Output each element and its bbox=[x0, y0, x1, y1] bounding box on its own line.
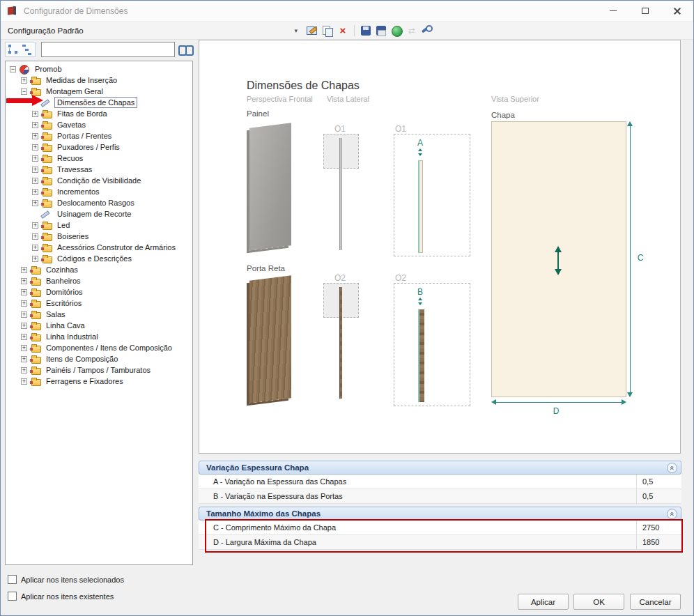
tree-item[interactable]: +Recuos bbox=[6, 153, 192, 164]
expand-expander-icon[interactable]: + bbox=[21, 267, 27, 273]
section-header[interactable]: Variação Espessura Chapa« bbox=[199, 461, 681, 475]
o2-side-label: O2 bbox=[395, 273, 406, 283]
tree-item[interactable]: +Puxadores / Perfis bbox=[6, 141, 192, 153]
property-value[interactable]: 0,5 bbox=[636, 489, 681, 503]
copy-config-icon[interactable] bbox=[321, 24, 334, 37]
expand-expander-icon[interactable]: + bbox=[21, 378, 27, 385]
property-row[interactable]: D - Largura Máxima da Chapa1850 bbox=[199, 535, 681, 550]
expand-expander-icon[interactable]: + bbox=[21, 334, 27, 340]
section-title: Variação Espessura Chapa bbox=[206, 463, 309, 472]
expand-expander-icon[interactable]: + bbox=[21, 345, 27, 351]
tree-item-label: Medidas de Inserção bbox=[43, 75, 120, 86]
expand-expander-icon[interactable]: + bbox=[32, 144, 38, 151]
expand-expander-icon[interactable]: + bbox=[21, 278, 27, 284]
tree-item-label: Fitas de Borda bbox=[54, 108, 110, 119]
save-icon[interactable] bbox=[360, 24, 372, 37]
tree-search-input[interactable] bbox=[41, 42, 175, 57]
tree-item-label: Códigos e Descrições bbox=[54, 253, 134, 264]
save-as-icon[interactable] bbox=[375, 24, 387, 37]
tree-item[interactable]: Dimensões de Chapas bbox=[6, 97, 192, 108]
collapse-section-icon[interactable]: « bbox=[667, 463, 677, 473]
tree-item[interactable]: −Montagem Geral bbox=[6, 86, 192, 97]
folder-icon bbox=[41, 198, 52, 208]
wrench-icon[interactable] bbox=[421, 24, 433, 37]
expand-expander-icon[interactable]: + bbox=[32, 133, 38, 139]
property-value[interactable]: 1850 bbox=[636, 535, 681, 549]
expand-expander-icon[interactable]: + bbox=[32, 222, 38, 229]
tree-item[interactable]: +Salas bbox=[6, 309, 192, 320]
maximize-button[interactable] bbox=[629, 1, 661, 21]
property-value[interactable]: 2750 bbox=[636, 521, 681, 534]
configuration-combo[interactable]: Configuração Padrão ▾ bbox=[5, 23, 300, 38]
tree-item[interactable]: +Domitórios bbox=[6, 286, 192, 298]
expand-expander-icon[interactable]: + bbox=[32, 178, 38, 184]
apply-existing-checkbox[interactable]: Aplicar nos itens existentes bbox=[8, 592, 114, 601]
expand-expander-icon[interactable]: + bbox=[21, 356, 27, 362]
expand-expander-icon[interactable]: + bbox=[21, 77, 27, 84]
tree-item[interactable]: +Condição de Visibilidade bbox=[6, 175, 192, 186]
expand-expander-icon[interactable]: + bbox=[32, 155, 38, 162]
expand-expander-icon[interactable]: + bbox=[21, 323, 27, 329]
tree-item[interactable]: +Linha Industrial bbox=[6, 331, 192, 342]
property-value[interactable]: 0,5 bbox=[636, 475, 681, 488]
tree-item[interactable]: +Linha Cava bbox=[6, 320, 192, 331]
tree-item[interactable]: +Cozinhas bbox=[6, 264, 192, 275]
collapse-expander-icon[interactable]: − bbox=[21, 88, 27, 95]
tree-item[interactable]: +Travessas bbox=[6, 164, 192, 175]
collapse-expander-icon[interactable]: − bbox=[10, 66, 16, 72]
close-button[interactable] bbox=[661, 1, 693, 21]
tree-view-icon[interactable] bbox=[6, 43, 20, 56]
tree-item[interactable]: +Acessórios Construtor de Armários bbox=[6, 242, 192, 253]
tree-item[interactable]: +Painéis / Tampos / Tamburatos bbox=[6, 364, 192, 376]
cancel-button[interactable]: Cancelar bbox=[630, 594, 681, 610]
tree-item[interactable]: +Led bbox=[6, 220, 192, 231]
tree-item-label: Incrementos bbox=[54, 186, 102, 197]
publish-globe-icon[interactable] bbox=[390, 24, 403, 37]
delete-config-icon[interactable]: × bbox=[337, 24, 349, 37]
expand-expander-icon[interactable]: + bbox=[32, 233, 38, 240]
tree-item[interactable]: Usinagem de Recorte bbox=[6, 208, 192, 220]
expand-expander-icon[interactable]: + bbox=[32, 167, 38, 173]
expand-expander-icon[interactable]: + bbox=[21, 367, 27, 374]
collapse-section-icon[interactable]: « bbox=[667, 509, 677, 519]
search-binoculars-icon[interactable] bbox=[178, 43, 193, 56]
tree-item-label: Puxadores / Perfis bbox=[54, 141, 123, 153]
expand-expander-icon[interactable]: + bbox=[21, 311, 27, 318]
tree-item[interactable]: +Fitas de Borda bbox=[6, 108, 192, 119]
tree-item[interactable]: −Promob bbox=[6, 63, 192, 75]
tree-item[interactable]: +Escritórios bbox=[6, 298, 192, 309]
tree-item[interactable]: +Ferragens e Fixadores bbox=[6, 376, 192, 387]
expand-expander-icon[interactable]: + bbox=[21, 300, 27, 307]
expand-expander-icon[interactable]: + bbox=[32, 122, 38, 128]
ok-button[interactable]: OK bbox=[573, 594, 624, 610]
folder-icon bbox=[41, 242, 52, 252]
apply-button[interactable]: Aplicar bbox=[518, 594, 569, 610]
apply-selected-checkbox[interactable]: Aplicar nos itens selecionados bbox=[8, 575, 124, 584]
tree-item[interactable]: +Banheiros bbox=[6, 275, 192, 286]
expand-expander-icon[interactable]: + bbox=[32, 200, 38, 206]
expand-expander-icon[interactable]: + bbox=[32, 256, 38, 262]
expand-expander-icon[interactable]: + bbox=[32, 245, 38, 251]
tree-item[interactable]: +Itens de Composição bbox=[6, 353, 192, 364]
folder-icon bbox=[41, 176, 52, 185]
tree-item[interactable]: +Códigos e Descrições bbox=[6, 253, 192, 264]
tree-item[interactable]: +Incrementos bbox=[6, 186, 192, 197]
checkbox-icon[interactable] bbox=[8, 575, 17, 584]
tree-item[interactable]: +Componentes / Itens de Composição bbox=[6, 342, 192, 353]
tree-item[interactable]: +Boiseries bbox=[6, 231, 192, 242]
tree-item[interactable]: +Medidas de Inserção bbox=[6, 75, 192, 86]
section-header[interactable]: Tamanho Máximo das Chapas« bbox=[199, 507, 681, 521]
expand-expander-icon[interactable]: + bbox=[32, 111, 38, 117]
expand-expander-icon[interactable]: + bbox=[21, 289, 27, 295]
property-row[interactable]: C - Comprimento Máximo da Chapa2750 bbox=[199, 521, 681, 535]
property-row[interactable]: A - Variação na Espessura das Chapas0,5 bbox=[199, 475, 681, 489]
tree-item[interactable]: +Deslocamento Rasgos bbox=[6, 197, 192, 208]
tree-levels-icon[interactable] bbox=[20, 43, 35, 56]
edit-config-icon[interactable] bbox=[306, 24, 318, 37]
tree-item[interactable]: +Gavetas bbox=[6, 119, 192, 130]
minimize-button[interactable] bbox=[597, 1, 629, 21]
property-row[interactable]: B - Variação na Espessura das Portas0,5 bbox=[199, 489, 681, 504]
checkbox-icon[interactable] bbox=[8, 592, 17, 601]
tree-item[interactable]: +Portas / Frentes bbox=[6, 130, 192, 141]
expand-expander-icon[interactable]: + bbox=[32, 189, 38, 195]
